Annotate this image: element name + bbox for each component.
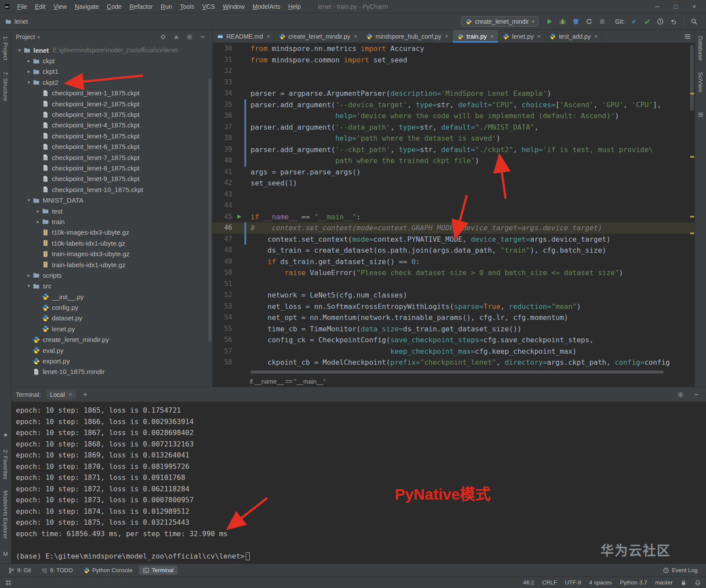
git-branch[interactable]: master bbox=[655, 579, 673, 586]
tree-item-checkpoint_lenet-2_1875.ckpt[interactable]: checkpoint_lenet-2_1875.ckpt bbox=[11, 98, 212, 109]
code-line[interactable]: 33 bbox=[213, 77, 695, 88]
run-button[interactable] bbox=[544, 16, 555, 27]
tree-item-checkpoint_lenet-3_1875.ckpt[interactable]: checkpoint_lenet-3_1875.ckpt bbox=[11, 109, 212, 120]
terminal-prompt[interactable]: (base) E:\gitee\mindspore\model_zoo\offi… bbox=[16, 551, 706, 562]
line-separator[interactable]: CRLF bbox=[542, 579, 557, 586]
line-number[interactable]: 31 bbox=[213, 54, 234, 66]
code-line[interactable]: 56 config_ck = CheckpointConfig(save_che… bbox=[213, 334, 695, 346]
code-line[interactable]: 36 help='device where the code will be i… bbox=[213, 110, 695, 122]
project-breadcrumb[interactable]: lenet bbox=[5, 18, 28, 25]
close-icon[interactable]: × bbox=[594, 33, 598, 40]
code-line[interactable]: 54 net_opt = nn.Momentum(network.trainab… bbox=[213, 312, 695, 323]
menu-edit[interactable]: Edit bbox=[31, 3, 50, 10]
tree-item-checkpoint_lenet-9_1875.ckpt[interactable]: checkpoint_lenet-9_1875.ckpt bbox=[11, 174, 212, 184]
line-number[interactable]: 52 bbox=[213, 290, 234, 301]
tree-item-config.py[interactable]: config.py bbox=[11, 302, 212, 312]
line-number[interactable]: 55 bbox=[213, 323, 234, 335]
locate-file-button[interactable] bbox=[158, 32, 168, 42]
error-stripe-mark[interactable] bbox=[690, 93, 694, 94]
tree-item-scripts[interactable]: ▸scripts bbox=[11, 270, 212, 280]
hide-terminal-button[interactable] bbox=[691, 389, 702, 400]
search-everywhere-button[interactable] bbox=[688, 16, 700, 27]
line-number[interactable]: 53 bbox=[213, 301, 234, 312]
line-number[interactable]: 38 bbox=[213, 133, 234, 144]
code-line[interactable]: 44 bbox=[213, 200, 695, 211]
line-number[interactable]: 35 bbox=[213, 99, 234, 111]
code-line[interactable]: 48 ds_train = create_dataset(os.path.joi… bbox=[213, 245, 695, 256]
editor-tab-test_add.py[interactable]: test_add.py× bbox=[545, 30, 602, 43]
tree-item-create_lenet_mindir.py[interactable]: create_lenet_mindir.py bbox=[11, 334, 212, 345]
horizontal-scrollbar[interactable] bbox=[251, 370, 664, 374]
tree-item-lenet[interactable]: ▾lenetE:\gitee\mindspore\model_zoo\offic… bbox=[11, 45, 212, 55]
tree-item-test[interactable]: ▸test bbox=[11, 206, 212, 216]
minimize-button[interactable]: ─ bbox=[648, 0, 666, 13]
line-number[interactable]: 33 bbox=[213, 77, 234, 88]
tool-button-git[interactable]: 9: Git bbox=[4, 566, 35, 575]
code-line[interactable]: 53 net_loss = nn.SoftmaxCrossEntropyWith… bbox=[213, 301, 695, 312]
line-number[interactable]: 41 bbox=[213, 167, 234, 178]
tree-item-ckpt2[interactable]: ▾ckpt2 bbox=[11, 77, 212, 87]
code-line[interactable]: 34parser = argparse.ArgumentParser(descr… bbox=[213, 88, 695, 99]
expand-arrow-icon[interactable]: ▾ bbox=[25, 80, 33, 85]
tree-item-eval.py[interactable]: eval.py bbox=[11, 345, 212, 356]
tool-button-sciview[interactable]: SciView bbox=[697, 72, 704, 92]
code-line[interactable]: 50 raise ValueError("Please check datase… bbox=[213, 267, 695, 279]
line-number[interactable]: 42 bbox=[213, 178, 234, 189]
tree-item-lenet.py[interactable]: lenet.py bbox=[11, 323, 212, 334]
tab-bar-menu[interactable] bbox=[681, 30, 695, 43]
tree-item-train-labels-idx1-ubyte.gz[interactable]: train-labels-idx1-ubyte.gz bbox=[11, 259, 212, 270]
menu-run[interactable]: Run bbox=[157, 3, 176, 10]
code-line[interactable]: 47 context.set_context(mode=context.PYNA… bbox=[213, 234, 695, 245]
close-icon[interactable]: × bbox=[537, 33, 541, 40]
run-configuration-select[interactable]: create_lenet_mindir ▾ bbox=[461, 16, 539, 27]
menu-file[interactable]: File bbox=[13, 3, 31, 10]
line-number[interactable]: 32 bbox=[213, 65, 234, 77]
line-number[interactable]: 34 bbox=[213, 88, 234, 99]
line-number[interactable]: 57 bbox=[213, 346, 234, 357]
stop-button[interactable] bbox=[597, 16, 608, 27]
code-line[interactable]: 41args = parser.parse_args() bbox=[213, 167, 695, 178]
expand-arrow-icon[interactable]: ▸ bbox=[34, 219, 42, 225]
tree-item-checkpoint_lenet-10_1875.ckpt[interactable]: checkpoint_lenet-10_1875.ckpt bbox=[11, 184, 212, 195]
code-line[interactable]: 46# context.set_context(mode=context.GRA… bbox=[213, 222, 695, 234]
tool-button-project[interactable]: 1: Project bbox=[2, 36, 9, 60]
tree-item-ckpt1[interactable]: ▸ckpt1 bbox=[11, 66, 212, 77]
editor-breadcrumbs[interactable]: if __name__ == "__main__" bbox=[213, 375, 695, 387]
terminal-output[interactable]: epoch: 10 step: 1865, loss is 0.1754721e… bbox=[11, 402, 706, 563]
terminal-settings-button[interactable] bbox=[675, 389, 686, 400]
caret-position[interactable]: 46:2 bbox=[523, 579, 534, 586]
menu-modelarts[interactable]: ModelArts bbox=[249, 3, 284, 10]
menu-help[interactable]: Help bbox=[284, 3, 305, 10]
editor-tab-train.py[interactable]: train.py× bbox=[453, 30, 499, 43]
line-number[interactable]: 30 bbox=[213, 43, 234, 54]
menu-tools[interactable]: Tools bbox=[176, 3, 198, 10]
indent-setting[interactable]: 4 spaces bbox=[589, 579, 612, 586]
close-icon[interactable]: × bbox=[354, 33, 357, 40]
line-number[interactable]: 40 bbox=[213, 155, 234, 167]
error-stripe-mark[interactable] bbox=[690, 232, 694, 234]
file-encoding[interactable]: UTF-8 bbox=[565, 579, 581, 586]
expand-arrow-icon[interactable]: ▾ bbox=[25, 283, 33, 289]
line-number[interactable]: 56 bbox=[213, 334, 234, 346]
tree-item-train-images-idx3-ubyte.gz[interactable]: train-images-idx3-ubyte.gz bbox=[11, 248, 212, 259]
code-line[interactable]: 52 network = LeNet5(cfg.num_classes) bbox=[213, 290, 695, 301]
error-stripe-mark[interactable] bbox=[690, 216, 694, 218]
line-number[interactable]: 48 bbox=[213, 245, 234, 256]
code-line[interactable]: 57 keep_checkpoint_max=cfg.keep_checkpoi… bbox=[213, 346, 695, 357]
line-number[interactable]: 39 bbox=[213, 144, 234, 156]
tree-item-src[interactable]: ▾src bbox=[11, 281, 212, 291]
expand-arrow-icon[interactable]: ▾ bbox=[25, 197, 33, 203]
line-number[interactable]: 50 bbox=[213, 267, 234, 279]
editor-tab-mindspore_hub_conf.py[interactable]: mindspore_hub_conf.py× bbox=[362, 30, 453, 43]
tree-item-ckpt[interactable]: ▸ckpt bbox=[11, 55, 212, 66]
code-line[interactable]: 49 if ds_train.get_dataset_size() == 0: bbox=[213, 256, 695, 268]
lock-icon[interactable] bbox=[681, 580, 687, 586]
close-icon[interactable]: × bbox=[445, 33, 448, 40]
tree-item-dataset.py[interactable]: dataset.py bbox=[11, 313, 212, 323]
tool-button-structure[interactable]: 7: Structure bbox=[2, 72, 9, 101]
expand-arrow-icon[interactable]: ▸ bbox=[25, 272, 33, 278]
project-scrollbar[interactable] bbox=[208, 78, 211, 342]
tree-item-__init__.py[interactable]: __init__.py bbox=[11, 291, 212, 302]
tool-button-database[interactable]: Database bbox=[697, 36, 704, 61]
code-line[interactable]: 39parser.add_argument('--ckpt_path', typ… bbox=[213, 144, 695, 156]
